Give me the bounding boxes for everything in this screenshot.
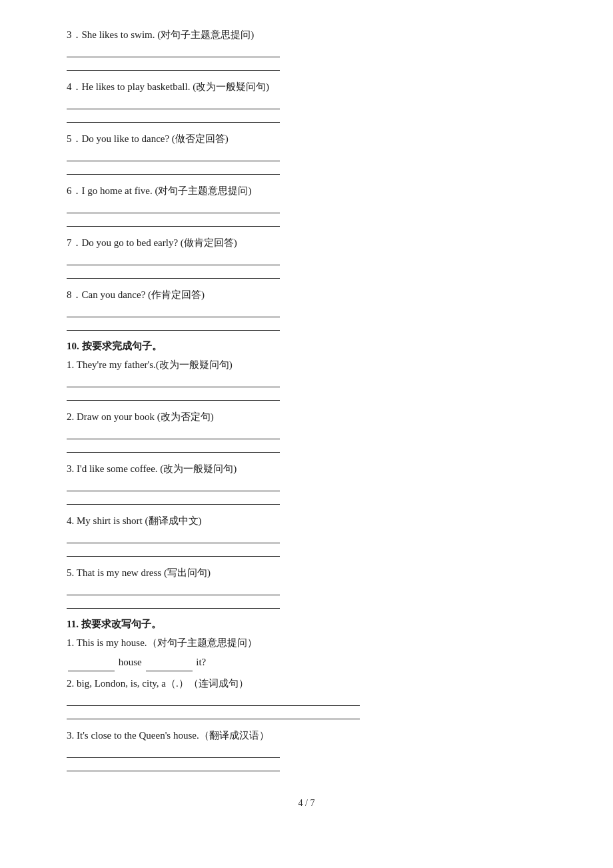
section-11-title: 11. 按要求改写句子。	[67, 618, 546, 631]
s11q1-text: 1. This is my house.（对句子主题意思提问）	[67, 635, 546, 651]
answer-lines-s10q1	[67, 375, 546, 401]
question-9-5-text: 5．Do you like to dance? (做否定回答)	[67, 131, 546, 147]
answer-line	[67, 97, 280, 109]
answer-lines-s10q4	[67, 531, 546, 557]
answer-line	[67, 427, 280, 439]
blank-1	[68, 671, 115, 671]
answer-line	[67, 441, 280, 453]
s11q3-text: 3. It's close to the Queen's house.（翻译成汉…	[67, 727, 546, 743]
question-9-8-text: 8．Can you dance? (作肯定回答)	[67, 287, 546, 303]
answer-lines-9-3	[67, 45, 546, 71]
section-11-question-3: 3. It's close to the Queen's house.（翻译成汉…	[67, 727, 546, 771]
answer-lines-s11q2	[67, 694, 546, 719]
answer-line	[67, 111, 280, 123]
answer-line	[67, 305, 280, 317]
answer-line	[67, 201, 280, 213]
s10q3-text: 3. I'd like some coffee. (改为一般疑问句)	[67, 461, 546, 477]
question-9-8: 8．Can you dance? (作肯定回答)	[67, 287, 546, 331]
s11q1-fill-line: house it?	[67, 653, 546, 671]
section-10: 10. 按要求完成句子。 1. They're my father's.(改为一…	[67, 340, 546, 609]
section-10-question-4: 4. My shirt is short (翻译成中文)	[67, 513, 546, 557]
answer-line	[67, 597, 280, 609]
s10q4-text: 4. My shirt is short (翻译成中文)	[67, 513, 546, 529]
answer-line	[67, 45, 280, 57]
answer-line	[67, 583, 280, 595]
answer-line	[67, 531, 280, 543]
section-10-question-2: 2. Draw on your book (改为否定句)	[67, 409, 546, 453]
answer-line	[67, 707, 360, 719]
answer-line	[67, 375, 280, 387]
answer-line	[67, 59, 280, 71]
answer-line	[67, 479, 280, 491]
section-10-question-1: 1. They're my father's.(改为一般疑问句)	[67, 357, 546, 401]
answer-line	[67, 545, 280, 557]
question-9-5: 5．Do you like to dance? (做否定回答)	[67, 131, 546, 175]
blank-2	[146, 671, 193, 671]
section-10-question-5: 5. That is my new dress (写出问句)	[67, 565, 546, 609]
answer-lines-9-4	[67, 97, 546, 123]
answer-lines-9-7	[67, 253, 546, 279]
answer-line	[67, 746, 280, 758]
answer-line	[67, 267, 280, 279]
answer-line	[67, 253, 280, 265]
s11q1-it-label: it?	[196, 657, 206, 667]
question-9-6-text: 6．I go home at five. (对句子主题意思提问)	[67, 183, 546, 199]
answer-line	[67, 694, 360, 706]
answer-lines-s10q5	[67, 583, 546, 609]
answer-lines-9-5	[67, 149, 546, 175]
section-9-continued: 3．She likes to swim. (对句子主题意思提问) 4．He li…	[67, 27, 546, 331]
question-9-7-text: 7．Do you go to bed early? (做肯定回答)	[67, 235, 546, 251]
question-9-4-text: 4．He likes to play basketball. (改为一般疑问句)	[67, 79, 546, 95]
answer-line	[67, 149, 280, 161]
s10q2-text: 2. Draw on your book (改为否定句)	[67, 409, 546, 425]
question-9-4: 4．He likes to play basketball. (改为一般疑问句)	[67, 79, 546, 123]
section-11-question-2: 2. big, London, is, city, a（.）（连词成句）	[67, 675, 546, 719]
question-9-7: 7．Do you go to bed early? (做肯定回答)	[67, 235, 546, 279]
section-11-question-1: 1. This is my house.（对句子主题意思提问） house it…	[67, 635, 546, 671]
answer-line	[67, 319, 280, 331]
answer-lines-s10q2	[67, 427, 546, 453]
question-9-3-text: 3．She likes to swim. (对句子主题意思提问)	[67, 27, 546, 43]
section-11: 11. 按要求改写句子。 1. This is my house.（对句子主题意…	[67, 618, 546, 771]
answer-line	[67, 163, 280, 175]
question-9-6: 6．I go home at five. (对句子主题意思提问)	[67, 183, 546, 227]
answer-line	[67, 759, 280, 771]
answer-line	[67, 389, 280, 401]
answer-lines-s10q3	[67, 479, 546, 505]
answer-lines-s11q3	[67, 746, 546, 771]
answer-lines-9-8	[67, 305, 546, 331]
question-9-3: 3．She likes to swim. (对句子主题意思提问)	[67, 27, 546, 71]
section-10-question-3: 3. I'd like some coffee. (改为一般疑问句)	[67, 461, 546, 505]
answer-line	[67, 215, 280, 227]
s10q5-text: 5. That is my new dress (写出问句)	[67, 565, 546, 581]
section-10-title: 10. 按要求完成句子。	[67, 340, 546, 353]
s10q1-text: 1. They're my father's.(改为一般疑问句)	[67, 357, 546, 373]
s11q2-text: 2. big, London, is, city, a（.）（连词成句）	[67, 675, 546, 691]
answer-line	[67, 493, 280, 505]
answer-lines-9-6	[67, 201, 546, 227]
s11q1-house-label: house	[119, 657, 145, 667]
page-number: 4 / 7	[67, 798, 546, 809]
